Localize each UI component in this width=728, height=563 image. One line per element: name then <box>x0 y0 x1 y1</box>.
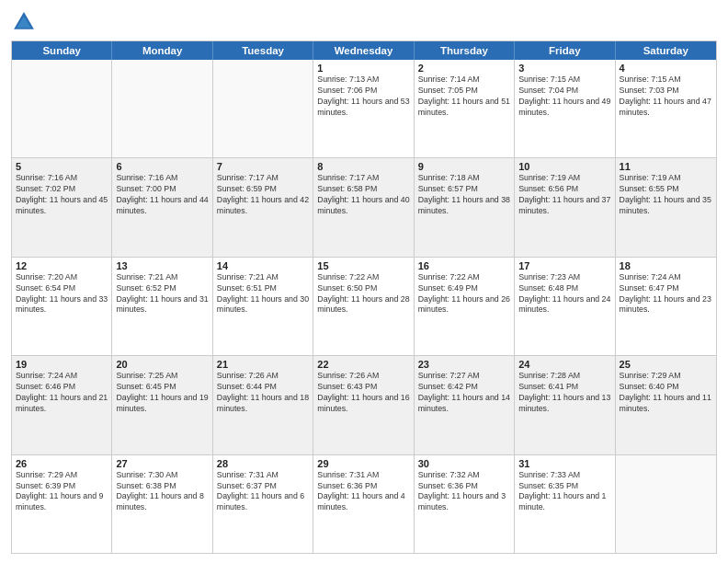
day-info: Sunrise: 7:21 AM Sunset: 6:52 PM Dayligh… <box>116 272 208 316</box>
day-info: Sunrise: 7:24 AM Sunset: 6:47 PM Dayligh… <box>620 272 712 316</box>
empty-cell <box>213 60 313 157</box>
day-cell-5: 5Sunrise: 7:16 AM Sunset: 7:02 PM Daylig… <box>12 158 112 256</box>
empty-cell <box>12 60 112 157</box>
day-cell-24: 24Sunrise: 7:28 AM Sunset: 6:41 PM Dayli… <box>515 356 615 454</box>
page: SundayMondayTuesdayWednesdayThursdayFrid… <box>0 0 728 563</box>
day-number: 26 <box>16 458 108 469</box>
day-number: 22 <box>317 359 409 370</box>
day-number: 2 <box>418 63 510 74</box>
day-cell-7: 7Sunrise: 7:17 AM Sunset: 6:59 PM Daylig… <box>213 158 313 256</box>
day-number: 14 <box>217 260 309 271</box>
logo-icon <box>11 9 37 35</box>
day-info: Sunrise: 7:18 AM Sunset: 6:57 PM Dayligh… <box>418 173 510 217</box>
logo <box>11 9 40 35</box>
day-number: 29 <box>317 458 409 469</box>
day-cell-29: 29Sunrise: 7:31 AM Sunset: 6:36 PM Dayli… <box>313 455 414 553</box>
day-info: Sunrise: 7:32 AM Sunset: 6:36 PM Dayligh… <box>418 470 510 514</box>
day-info: Sunrise: 7:19 AM Sunset: 6:56 PM Dayligh… <box>518 173 610 217</box>
day-cell-30: 30Sunrise: 7:32 AM Sunset: 6:36 PM Dayli… <box>415 455 515 553</box>
day-info: Sunrise: 7:15 AM Sunset: 7:04 PM Dayligh… <box>518 75 610 119</box>
calendar-row-2: 12Sunrise: 7:20 AM Sunset: 6:54 PM Dayli… <box>12 258 716 356</box>
header-cell-sunday: Sunday <box>12 41 112 60</box>
day-number: 19 <box>16 359 108 370</box>
day-info: Sunrise: 7:23 AM Sunset: 6:48 PM Dayligh… <box>518 272 610 316</box>
header-cell-friday: Friday <box>515 41 615 60</box>
day-number: 17 <box>518 260 610 271</box>
day-cell-21: 21Sunrise: 7:26 AM Sunset: 6:44 PM Dayli… <box>213 356 313 454</box>
day-info: Sunrise: 7:26 AM Sunset: 6:44 PM Dayligh… <box>217 371 309 415</box>
day-info: Sunrise: 7:17 AM Sunset: 6:59 PM Dayligh… <box>217 173 309 217</box>
day-cell-4: 4Sunrise: 7:15 AM Sunset: 7:03 PM Daylig… <box>616 60 716 157</box>
day-cell-3: 3Sunrise: 7:15 AM Sunset: 7:04 PM Daylig… <box>515 60 615 157</box>
day-cell-18: 18Sunrise: 7:24 AM Sunset: 6:47 PM Dayli… <box>616 258 716 355</box>
day-number: 10 <box>518 161 610 172</box>
day-cell-17: 17Sunrise: 7:23 AM Sunset: 6:48 PM Dayli… <box>515 258 615 355</box>
day-cell-27: 27Sunrise: 7:30 AM Sunset: 6:38 PM Dayli… <box>112 455 212 553</box>
calendar-row-3: 19Sunrise: 7:24 AM Sunset: 6:46 PM Dayli… <box>12 356 716 454</box>
day-cell-31: 31Sunrise: 7:33 AM Sunset: 6:35 PM Dayli… <box>515 455 615 553</box>
day-number: 8 <box>317 161 409 172</box>
day-cell-9: 9Sunrise: 7:18 AM Sunset: 6:57 PM Daylig… <box>415 158 515 256</box>
day-number: 5 <box>16 161 108 172</box>
day-number: 13 <box>116 260 208 271</box>
day-info: Sunrise: 7:25 AM Sunset: 6:45 PM Dayligh… <box>116 371 208 415</box>
calendar-row-4: 26Sunrise: 7:29 AM Sunset: 6:39 PM Dayli… <box>12 455 716 553</box>
day-info: Sunrise: 7:33 AM Sunset: 6:35 PM Dayligh… <box>518 470 610 514</box>
day-info: Sunrise: 7:16 AM Sunset: 7:02 PM Dayligh… <box>16 173 108 217</box>
day-number: 6 <box>116 161 208 172</box>
header-cell-saturday: Saturday <box>616 41 716 60</box>
day-cell-19: 19Sunrise: 7:24 AM Sunset: 6:46 PM Dayli… <box>12 356 112 454</box>
day-cell-25: 25Sunrise: 7:29 AM Sunset: 6:40 PM Dayli… <box>616 356 716 454</box>
day-number: 25 <box>620 359 712 370</box>
day-number: 16 <box>418 260 510 271</box>
day-cell-1: 1Sunrise: 7:13 AM Sunset: 7:06 PM Daylig… <box>313 60 414 157</box>
day-cell-2: 2Sunrise: 7:14 AM Sunset: 7:05 PM Daylig… <box>415 60 515 157</box>
day-info: Sunrise: 7:13 AM Sunset: 7:06 PM Dayligh… <box>317 75 409 119</box>
day-info: Sunrise: 7:31 AM Sunset: 6:36 PM Dayligh… <box>317 470 409 514</box>
day-cell-28: 28Sunrise: 7:31 AM Sunset: 6:37 PM Dayli… <box>213 455 313 553</box>
day-info: Sunrise: 7:22 AM Sunset: 6:50 PM Dayligh… <box>317 272 409 316</box>
day-info: Sunrise: 7:29 AM Sunset: 6:39 PM Dayligh… <box>16 470 108 514</box>
empty-cell <box>112 60 212 157</box>
day-number: 28 <box>217 458 309 469</box>
day-info: Sunrise: 7:24 AM Sunset: 6:46 PM Dayligh… <box>16 371 108 415</box>
day-number: 12 <box>16 260 108 271</box>
day-info: Sunrise: 7:22 AM Sunset: 6:49 PM Dayligh… <box>418 272 510 316</box>
header-cell-wednesday: Wednesday <box>313 41 414 60</box>
day-cell-16: 16Sunrise: 7:22 AM Sunset: 6:49 PM Dayli… <box>415 258 515 355</box>
day-number: 7 <box>217 161 309 172</box>
day-info: Sunrise: 7:28 AM Sunset: 6:41 PM Dayligh… <box>518 371 610 415</box>
day-cell-11: 11Sunrise: 7:19 AM Sunset: 6:55 PM Dayli… <box>616 158 716 256</box>
day-cell-20: 20Sunrise: 7:25 AM Sunset: 6:45 PM Dayli… <box>112 356 212 454</box>
day-info: Sunrise: 7:20 AM Sunset: 6:54 PM Dayligh… <box>16 272 108 316</box>
day-number: 4 <box>620 63 712 74</box>
day-number: 9 <box>418 161 510 172</box>
day-info: Sunrise: 7:17 AM Sunset: 6:58 PM Dayligh… <box>317 173 409 217</box>
day-cell-22: 22Sunrise: 7:26 AM Sunset: 6:43 PM Dayli… <box>313 356 414 454</box>
day-cell-15: 15Sunrise: 7:22 AM Sunset: 6:50 PM Dayli… <box>313 258 414 355</box>
day-info: Sunrise: 7:30 AM Sunset: 6:38 PM Dayligh… <box>116 470 208 514</box>
day-cell-10: 10Sunrise: 7:19 AM Sunset: 6:56 PM Dayli… <box>515 158 615 256</box>
day-info: Sunrise: 7:29 AM Sunset: 6:40 PM Dayligh… <box>620 371 712 415</box>
day-info: Sunrise: 7:27 AM Sunset: 6:42 PM Dayligh… <box>418 371 510 415</box>
day-cell-8: 8Sunrise: 7:17 AM Sunset: 6:58 PM Daylig… <box>313 158 414 256</box>
day-info: Sunrise: 7:14 AM Sunset: 7:05 PM Dayligh… <box>418 75 510 119</box>
header-cell-thursday: Thursday <box>415 41 515 60</box>
empty-cell <box>616 455 716 553</box>
day-number: 23 <box>418 359 510 370</box>
day-cell-23: 23Sunrise: 7:27 AM Sunset: 6:42 PM Dayli… <box>415 356 515 454</box>
calendar: SundayMondayTuesdayWednesdayThursdayFrid… <box>11 40 717 554</box>
day-info: Sunrise: 7:31 AM Sunset: 6:37 PM Dayligh… <box>217 470 309 514</box>
day-info: Sunrise: 7:16 AM Sunset: 7:00 PM Dayligh… <box>116 173 208 217</box>
day-cell-14: 14Sunrise: 7:21 AM Sunset: 6:51 PM Dayli… <box>213 258 313 355</box>
day-number: 24 <box>518 359 610 370</box>
day-number: 11 <box>620 161 712 172</box>
day-number: 3 <box>518 63 610 74</box>
header-cell-tuesday: Tuesday <box>213 41 313 60</box>
day-info: Sunrise: 7:26 AM Sunset: 6:43 PM Dayligh… <box>317 371 409 415</box>
day-info: Sunrise: 7:19 AM Sunset: 6:55 PM Dayligh… <box>620 173 712 217</box>
day-cell-26: 26Sunrise: 7:29 AM Sunset: 6:39 PM Dayli… <box>12 455 112 553</box>
day-number: 21 <box>217 359 309 370</box>
header <box>11 9 717 35</box>
calendar-header: SundayMondayTuesdayWednesdayThursdayFrid… <box>12 41 716 60</box>
